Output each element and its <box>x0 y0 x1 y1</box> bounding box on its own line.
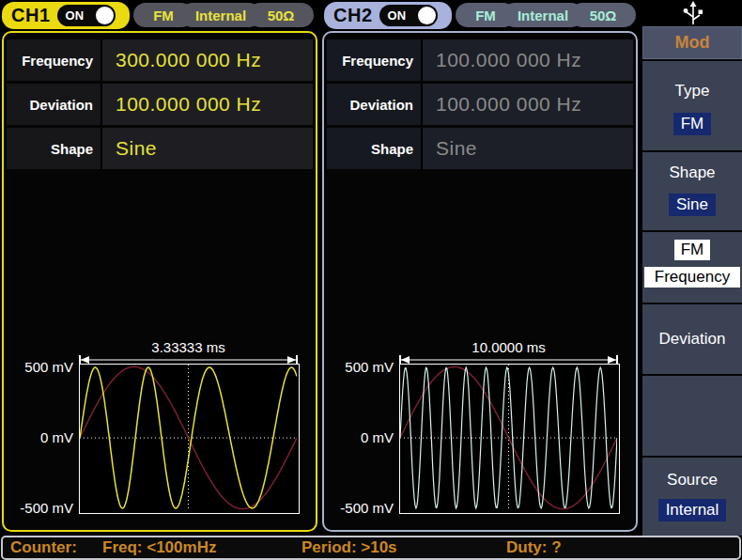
ch2-on-toggle[interactable]: ON <box>379 5 438 26</box>
ch2-y-min-label: -500 mV <box>324 500 394 517</box>
softkey-menu: Mod Type FM Shape Sine FM Frequency Devi… <box>642 26 742 536</box>
ch2-tab[interactable]: CH2 ON <box>324 2 452 29</box>
table-row: Deviation 100.000 000 Hz <box>7 84 313 125</box>
counter-freq: Freq: <100mHz <box>102 537 216 558</box>
shape-label: Shape <box>669 163 715 182</box>
ch1-waveform-plot <box>79 364 300 514</box>
ch1-label: CH1 <box>11 5 51 26</box>
counter-label: Counter: <box>10 537 77 558</box>
ch2-waveform-plot <box>399 364 620 514</box>
ch1-deviation-label: Deviation <box>7 84 102 125</box>
ch2-shape-value[interactable]: Sine <box>423 128 633 169</box>
type-value: FM <box>673 113 712 135</box>
ch1-shape-value[interactable]: Sine <box>102 128 313 169</box>
ch2-shape-label: Shape <box>327 128 423 169</box>
ch2-frequency-label: Frequency <box>327 39 423 81</box>
ch1-y-min-label: -500 mV <box>4 500 73 517</box>
ch2-label: CH2 <box>333 5 373 26</box>
softkey-shape[interactable]: Shape Sine <box>642 150 742 241</box>
ch1-frequency-value[interactable]: 300.000 000 Hz <box>102 39 313 81</box>
ch2-frequency-value[interactable]: 100.000 000 Hz <box>423 39 633 81</box>
source-label: Source <box>667 471 718 490</box>
softkey-deviation[interactable]: Deviation <box>642 303 742 374</box>
table-row: Shape Sine <box>327 128 633 169</box>
ch1-parameter-table: Frequency 300.000 000 Hz Deviation 100.0… <box>7 39 313 172</box>
ch1-toggle-label: ON <box>66 8 85 23</box>
softkey-empty <box>642 374 742 456</box>
usb-icon <box>679 1 707 25</box>
table-row: Deviation 100.000 000 Hz <box>327 84 633 125</box>
ch1-modulation-badge: FM <box>133 3 193 27</box>
ch1-y-zero-label: 0 mV <box>4 429 73 446</box>
deviation-label: Deviation <box>659 330 726 349</box>
param-item: Frequency <box>644 267 740 288</box>
ch1-y-max-label: 500 mV <box>4 359 73 376</box>
ch1-shape-label: Shape <box>7 128 102 169</box>
ch2-deviation-label: Deviation <box>327 84 423 125</box>
ch1-frequency-label: Frequency <box>7 39 102 81</box>
table-row: Shape Sine <box>7 128 313 169</box>
generator-screen: CH1 ON FM Internal 50Ω CH2 ON FM Interna… <box>0 0 742 560</box>
ch1-status-pills: FM Internal 50Ω <box>133 3 314 27</box>
ch2-deviation-value[interactable]: 100.000 000 Hz <box>423 84 633 125</box>
shape-value: Sine <box>669 194 716 216</box>
ch1-on-toggle[interactable]: ON <box>57 5 116 26</box>
softkey-fm-frequency[interactable]: FM Frequency <box>642 230 742 310</box>
ch1-deviation-value[interactable]: 100.000 000 Hz <box>102 84 313 125</box>
ch2-time-span-label: 10.0000 ms <box>399 339 618 355</box>
ch2-y-max-label: 500 mV <box>324 359 394 376</box>
table-row: Frequency 300.000 000 Hz <box>7 39 313 81</box>
ch2-y-zero-label: 0 mV <box>324 429 394 446</box>
counter-duty: Duty: ? <box>506 537 562 558</box>
ch2-modulation-badge: FM <box>456 3 516 27</box>
ch1-panel: Frequency 300.000 000 Hz Deviation 100.0… <box>2 31 317 532</box>
table-row: Frequency 100.000 000 Hz <box>327 39 633 81</box>
counter-period: Period: >10s <box>301 537 397 558</box>
menu-title: Mod <box>642 26 742 59</box>
ch2-panel: Frequency 100.000 000 Hz Deviation 100.0… <box>322 31 638 532</box>
ch1-time-span-label: 3.33333 ms <box>79 339 298 355</box>
type-label: Type <box>675 82 710 101</box>
toggle-knob <box>96 7 114 24</box>
counter-status-bar: Counter: Freq: <100mHz Period: >10s Duty… <box>1 536 741 560</box>
toggle-knob <box>418 7 436 24</box>
ch2-toggle-label: ON <box>388 8 407 23</box>
ch2-parameter-table: Frequency 100.000 000 Hz Deviation 100.0… <box>327 39 633 172</box>
param-selected: FM <box>674 240 711 260</box>
ch1-tab[interactable]: CH1 ON <box>2 2 130 29</box>
source-value: Internal <box>658 499 727 521</box>
ch2-status-pills: FM Internal 50Ω <box>456 3 636 27</box>
